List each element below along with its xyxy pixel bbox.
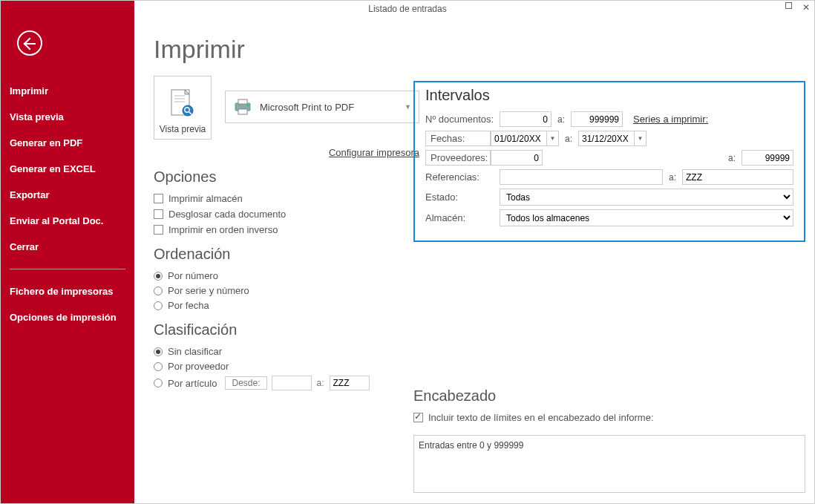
opciones-heading: Opciones [154, 168, 421, 186]
ord-por-numero[interactable]: Por número [154, 270, 421, 281]
document-preview-icon [168, 88, 197, 120]
sidebar-item-exportar[interactable]: Exportar [1, 182, 134, 208]
n-doc-to-input[interactable] [571, 111, 623, 127]
ref-from-input[interactable] [500, 169, 663, 185]
ord-por-serie[interactable]: Por serie y número [154, 285, 421, 296]
sidebar-item-generar-pdf[interactable]: Generar en PDF [1, 130, 134, 156]
clas-a-input[interactable] [330, 376, 370, 390]
series-link[interactable]: Series a imprimir: [633, 114, 708, 125]
ordenacion-heading: Ordenación [154, 246, 421, 263]
checkbox-icon[interactable] [154, 194, 163, 203]
fecha-from-input[interactable] [491, 131, 547, 146]
ord-label: Por número [168, 270, 218, 281]
chevron-down-icon: ▼ [405, 103, 411, 111]
prov-to-input[interactable] [742, 150, 793, 166]
sidebar-item-vista-previa[interactable]: Vista previa [1, 104, 134, 130]
iv-row-proveedores: Proveedores: a: [425, 150, 793, 166]
opt-orden-inverso[interactable]: Imprimir en orden inverso [154, 224, 421, 235]
sidebar-item-opciones-impresion[interactable]: Opciones de impresión [1, 304, 134, 330]
printer-block: Microsoft Print to PDF ▼ [225, 76, 419, 123]
clasificacion-heading: Clasificación [154, 321, 421, 338]
ord-label: Por fecha [168, 300, 209, 311]
fechas-button[interactable]: Fechas: [425, 131, 491, 146]
opt-label: Desglosar cada documento [168, 209, 286, 220]
encabezado-panel: Encabezado Incluir texto de límites en e… [413, 387, 805, 496]
right-column: Intervalos Nº documentos: a: Series a im… [413, 81, 805, 496]
svg-rect-9 [238, 109, 247, 114]
sidebar-item-fichero-impresoras[interactable]: Fichero de impresoras [1, 278, 134, 304]
intervalos-heading: Intervalos [425, 87, 793, 104]
n-doc-from-input[interactable] [500, 111, 551, 127]
clas-desde-input[interactable] [272, 376, 312, 390]
radio-icon[interactable] [154, 347, 163, 356]
clas-label: Por proveedor [168, 361, 229, 372]
vista-previa-button[interactable]: Vista previa [154, 76, 212, 140]
clas-label: Sin clasificar [168, 346, 222, 357]
ref-to-input[interactable] [682, 169, 793, 185]
configure-printer-link[interactable]: Configurar impresora [154, 147, 419, 158]
chevron-down-icon[interactable]: ▼ [635, 131, 647, 146]
sidebar: Imprimir Vista previa Generar en PDF Gen… [1, 1, 134, 503]
printer-select[interactable]: Microsoft Print to PDF ▼ [225, 91, 419, 123]
sidebar-item-imprimir[interactable]: Imprimir [1, 78, 134, 104]
a-label: a: [565, 134, 572, 144]
sidebar-item-cerrar[interactable]: Cerrar [1, 234, 134, 260]
clas-range-inputs: Desde: a: [225, 376, 369, 390]
svg-rect-8 [238, 99, 247, 104]
proveedores-button[interactable]: Proveedores: [425, 150, 491, 166]
incluir-label: Incluir texto de límites en el encabezad… [428, 412, 654, 423]
prov-from-input[interactable] [491, 150, 543, 166]
encabezado-heading: Encabezado [413, 387, 805, 405]
incluir-checkbox-row[interactable]: Incluir texto de límites en el encabezad… [413, 412, 805, 423]
sidebar-item-enviar-portal[interactable]: Enviar al Portal Doc. [1, 208, 134, 234]
close-icon[interactable]: ✕ [802, 2, 810, 13]
checkbox-icon[interactable] [154, 209, 163, 219]
print-top-row: Vista previa Microsoft Print to PDF ▼ [154, 76, 421, 140]
radio-icon[interactable] [154, 379, 163, 387]
printer-icon [233, 99, 252, 115]
iv-label: Referencias: [425, 171, 500, 183]
radio-icon[interactable] [154, 287, 163, 295]
encabezado-textarea[interactable] [413, 435, 805, 493]
opt-label: Imprimir almacén [168, 193, 243, 204]
printer-name: Microsoft Print to PDF [260, 102, 354, 113]
a-label: a: [728, 153, 736, 163]
almacen-select[interactable]: Todos los almacenes [500, 209, 793, 226]
checkbox-icon[interactable] [154, 225, 163, 235]
iv-row-fechas: Fechas: ▼ a: ▼ [425, 131, 793, 146]
page-title: Imprimir [154, 35, 795, 64]
iv-label: Nº documentos: [425, 114, 500, 125]
iv-row-almacen: Almacén: Todos los almacenes [425, 209, 793, 226]
opt-imprimir-almacen[interactable]: Imprimir almacén [154, 193, 421, 204]
intervalos-panel: Intervalos Nº documentos: a: Series a im… [413, 81, 805, 242]
a-label: a: [669, 172, 676, 183]
opt-label: Imprimir en orden inverso [168, 224, 278, 235]
a-label: a: [557, 114, 565, 125]
opt-desglosar[interactable]: Desglosar cada documento [154, 209, 421, 220]
chevron-down-icon[interactable]: ▼ [547, 131, 559, 146]
radio-icon[interactable] [154, 362, 163, 371]
sidebar-divider [10, 269, 125, 269]
sidebar-item-generar-excel[interactable]: Generar en EXCEL [1, 156, 134, 182]
clas-por-proveedor[interactable]: Por proveedor [154, 361, 421, 372]
left-column: Vista previa Microsoft Print to PDF ▼ Co… [154, 76, 421, 394]
fecha-to-input[interactable] [578, 131, 635, 146]
vista-previa-label: Vista previa [160, 124, 206, 134]
back-button[interactable] [17, 30, 42, 56]
ord-label: Por serie y número [168, 285, 249, 296]
window-title: Listado de entradas [368, 4, 446, 14]
iv-row-estado: Estado: Todas [425, 189, 793, 206]
clas-label: Por artículo [168, 378, 217, 389]
radio-icon[interactable] [154, 301, 163, 310]
clas-por-articulo[interactable]: Por artículo Desde: a: [154, 376, 421, 390]
iv-row-documentos: Nº documentos: a: Series a imprimir: [425, 111, 793, 127]
a-label: a: [316, 378, 325, 388]
checkbox-icon[interactable] [413, 413, 423, 422]
radio-icon[interactable] [154, 272, 163, 281]
estado-select[interactable]: Todas [500, 189, 793, 206]
desde-label: Desde: [225, 376, 266, 390]
clas-sin-clasificar[interactable]: Sin clasificar [154, 346, 421, 357]
iv-row-referencias: Referencias: a: [425, 169, 793, 185]
ord-por-fecha[interactable]: Por fecha [154, 300, 421, 311]
restore-icon[interactable] [785, 2, 792, 9]
